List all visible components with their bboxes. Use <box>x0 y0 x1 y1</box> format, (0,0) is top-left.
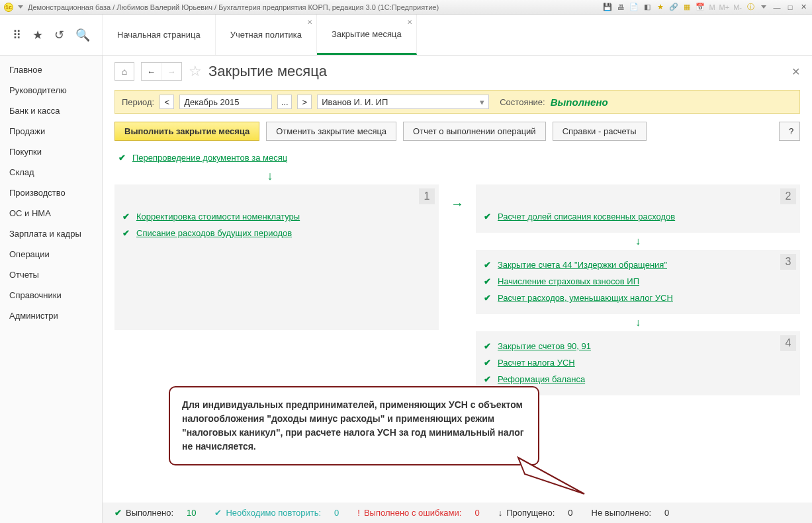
window-titlebar: 1c Демонстрационная база / Любимов Валер… <box>0 0 812 15</box>
sidebar-item-production[interactable]: Производство <box>0 182 102 203</box>
maximize-icon[interactable]: □ <box>786 3 795 12</box>
op-repost-documents[interactable]: Перепроведение документов за месяц <box>132 153 287 163</box>
sidebar-item-sales[interactable]: Продажи <box>0 121 102 141</box>
sidebar-item-manager[interactable]: Руководителю <box>0 80 102 101</box>
calendar-icon[interactable]: 📅 <box>696 3 705 12</box>
check-icon: ✔ <box>484 212 491 221</box>
sidebar-item-main[interactable]: Главное <box>0 60 102 80</box>
references-button[interactable]: Справки - расчеты <box>553 122 647 141</box>
favorite-icon[interactable]: ★ <box>656 3 665 12</box>
nav-back-forward[interactable]: ←→ <box>141 62 182 81</box>
tab-month-close[interactable]: Закрытие месяца✕ <box>317 15 417 55</box>
minimize-icon[interactable]: — <box>772 3 782 12</box>
organization-value: Иванов И. И. ИП <box>322 97 388 107</box>
check-icon: ✔ <box>484 293 491 303</box>
tab-start-page[interactable]: Начальная страница <box>103 15 216 55</box>
check-icon: ✔ <box>118 153 126 163</box>
report-button[interactable]: Отчет о выполнении операций <box>403 122 546 141</box>
print-icon[interactable]: 🖶 <box>616 3 625 12</box>
op-indirect-costs[interactable]: Расчет долей списания косвенных расходов <box>498 212 675 221</box>
check-icon: ✔ <box>484 341 491 351</box>
check-icon: ✔ <box>484 260 491 270</box>
forward-icon[interactable]: → <box>161 63 181 80</box>
tab-close-icon[interactable]: ✕ <box>307 19 312 26</box>
done-label: Выполнено: <box>126 508 173 518</box>
cancel-close-button[interactable]: Отменить закрытие месяца <box>266 122 396 141</box>
run-close-button[interactable]: Выполнить закрытие месяца <box>114 122 259 141</box>
sidebar-item-bank[interactable]: Банк и касса <box>0 101 102 121</box>
op-close-90-91[interactable]: Закрытие счетов 90, 91 <box>498 341 591 351</box>
sidebar-item-purchases[interactable]: Покупки <box>0 141 102 162</box>
doc-icon[interactable]: 📄 <box>629 3 639 12</box>
block-number: 3 <box>780 254 796 270</box>
op-deferred-expenses[interactable]: Списание расходов будущих периодов <box>136 228 292 238</box>
window-title: Демонстрационная база / Любимов Валерий … <box>28 3 439 11</box>
done-value: 10 <box>187 508 196 518</box>
check-icon: ✔ <box>484 276 491 286</box>
check-icon: ✔ <box>122 212 130 221</box>
tab-label: Начальная страница <box>117 30 201 40</box>
favorite-page-icon[interactable]: ☆ <box>189 63 202 80</box>
status-footer: ✔Выполнено:10 ✔Необходимо повторить:0 !В… <box>103 503 812 523</box>
compare-icon[interactable]: ◧ <box>643 3 652 12</box>
sidebar-item-catalogs[interactable]: Справочники <box>0 285 102 305</box>
callout-pointer-icon <box>518 444 598 504</box>
dropdown2-icon[interactable] <box>759 3 768 12</box>
m-button[interactable]: M <box>709 3 715 11</box>
info-icon[interactable]: ⓘ <box>746 3 755 12</box>
period-input[interactable]: Декабрь 2015 <box>179 95 272 109</box>
save-icon[interactable]: 💾 <box>603 3 612 12</box>
skip-value: 0 <box>568 508 572 518</box>
block-1: 1 ✔Корректировка стоимости номенклатуры … <box>114 184 439 330</box>
home-button[interactable]: ⌂ <box>114 62 134 81</box>
check-icon: ✔ <box>122 228 130 238</box>
period-label: Период: <box>122 97 154 107</box>
op-usn-tax[interactable]: Расчет налога УСН <box>498 358 575 368</box>
m-minus-button[interactable]: M- <box>733 3 742 11</box>
repeat-label: Необходимо повторить: <box>226 508 321 518</box>
op-close-account-44[interactable]: Закрытие счета 44 "Издержки обращения" <box>498 260 667 270</box>
notdone-value: 0 <box>664 508 669 518</box>
m-plus-button[interactable]: M+ <box>719 3 730 11</box>
history-icon[interactable]: ↺ <box>54 28 64 42</box>
op-cost-correction[interactable]: Корректировка стоимости номенклатуры <box>136 212 300 221</box>
close-page-icon[interactable]: ✕ <box>791 65 800 78</box>
apps-icon[interactable]: ⠿ <box>13 28 21 42</box>
content-area: ⌂ ←→ ☆ Закрытие месяца ✕ Период: < Декаб… <box>103 56 812 523</box>
sidebar: Главное Руководителю Банк и касса Продаж… <box>0 56 103 523</box>
sidebar-item-operations[interactable]: Операции <box>0 244 102 264</box>
app-logo-icon: 1c <box>4 3 13 12</box>
help-button[interactable]: ? <box>779 122 800 141</box>
notdone-label: Не выполнено: <box>592 508 651 518</box>
skip-label: Пропущено: <box>506 508 555 518</box>
period-prev-button[interactable]: < <box>159 95 174 109</box>
period-next-button[interactable]: > <box>297 95 312 109</box>
tab-accounting-policy[interactable]: Учетная политика✕ <box>216 15 317 55</box>
period-value: Декабрь 2015 <box>184 97 239 107</box>
callout-text: Для индивидуальных предпринимателей, при… <box>182 399 524 452</box>
status-label: Состояние: <box>500 97 545 107</box>
sidebar-item-salary[interactable]: Зарплата и кадры <box>0 223 102 244</box>
tab-close-icon[interactable]: ✕ <box>407 19 412 26</box>
skip-icon: ↓ <box>498 508 503 518</box>
check-icon: ✔ <box>214 508 222 518</box>
star-icon[interactable]: ★ <box>32 28 43 42</box>
sidebar-item-admin[interactable]: Администри <box>0 305 102 326</box>
op-insurance-ip[interactable]: Начисление страховых взносов ИП <box>498 276 639 286</box>
back-icon[interactable]: ← <box>142 63 161 80</box>
dropdown-icon[interactable]: ▾ <box>480 97 484 107</box>
arrow-down-icon: ↓ <box>476 233 800 250</box>
link-icon[interactable]: 🔗 <box>669 3 678 12</box>
op-usn-expenses[interactable]: Расчет расходов, уменьшающих налог УСН <box>498 293 673 303</box>
sidebar-item-assets[interactable]: ОС и НМА <box>0 203 102 223</box>
period-select-button[interactable]: ... <box>277 95 292 109</box>
close-window-icon[interactable]: ✕ <box>799 3 808 12</box>
sidebar-item-warehouse[interactable]: Склад <box>0 162 102 182</box>
calc-icon[interactable]: ▦ <box>682 3 692 12</box>
error-label: Выполнено с ошибками: <box>364 508 462 518</box>
search-icon[interactable]: 🔍 <box>75 28 90 42</box>
dropdown-icon[interactable] <box>16 3 25 12</box>
op-balance-reform[interactable]: Реформация баланса <box>498 374 585 384</box>
organization-input[interactable]: Иванов И. И. ИП▾ <box>317 95 489 109</box>
sidebar-item-reports[interactable]: Отчеты <box>0 264 102 285</box>
